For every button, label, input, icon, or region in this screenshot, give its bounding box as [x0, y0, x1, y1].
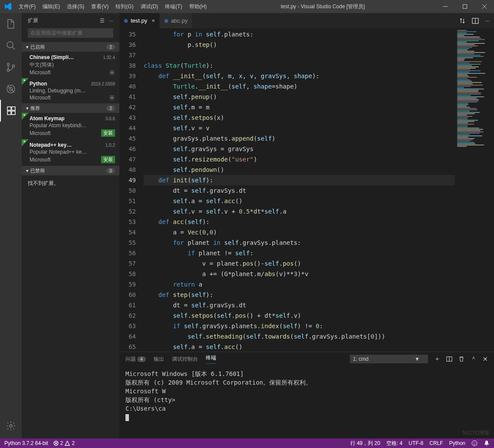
svg-point-20	[111, 97, 113, 99]
section-recommended[interactable]: ▾推荐 2	[22, 103, 119, 113]
menu-item[interactable]: 帮助(H)	[186, 0, 211, 13]
panel-tab-problems[interactable]: 问题 4	[125, 356, 146, 363]
status-indentation[interactable]: 空格: 4	[386, 440, 402, 447]
more-icon[interactable]: ···	[109, 18, 113, 24]
menu-item[interactable]: 文件(F)	[15, 0, 39, 13]
extension-description: 中文(简体)	[30, 61, 115, 69]
menu-item[interactable]: 终端(T)	[161, 0, 185, 13]
section-disabled[interactable]: ▾已禁用 0	[22, 166, 119, 175]
editor-tab[interactable]: ⊕test.py×	[119, 13, 160, 28]
extension-version: 3.0.6	[105, 116, 115, 121]
status-encoding[interactable]: UTF-8	[408, 440, 423, 446]
minimap[interactable]	[455, 28, 494, 352]
extension-name: Chinese (Simpli…	[30, 54, 74, 60]
extension-item[interactable]: Chinese (Simpli…1.32.4中文(简体)Microsoft	[22, 52, 119, 78]
svg-rect-12	[7, 107, 11, 110]
extension-item[interactable]: ★Python2019.2.5558Linting, Debugging (m……	[22, 78, 119, 103]
svg-text:★: ★	[23, 140, 26, 143]
editor-tabs: ⊕test.py×⊕abc.py ···	[119, 13, 494, 28]
svg-point-7	[7, 69, 10, 72]
filter-icon[interactable]: ☰	[100, 18, 105, 24]
editor-tab[interactable]: ⊕abc.py	[160, 13, 192, 28]
extension-publisher: Microsoft	[30, 95, 51, 101]
star-icon: ★	[22, 78, 29, 85]
status-line-col[interactable]: 行 49，列 20	[350, 440, 380, 447]
status-bar: Python 3.7.2 64-bit 2 2 行 49，列 20 空格: 4 …	[0, 438, 494, 448]
main-menu: 文件(F)编辑(E)选择(S)查看(V)转到(G)调试(D)终端(T)帮助(H)	[15, 0, 210, 13]
status-problems[interactable]: 2 2	[53, 440, 75, 446]
sidebar-title: 扩展	[28, 17, 38, 24]
recommended-count-badge: 2	[106, 105, 115, 111]
status-notifications-icon[interactable]	[484, 440, 490, 446]
window-title: test.py - Visual Studio Code [管理员]	[210, 3, 435, 10]
menu-item[interactable]: 编辑(E)	[39, 0, 63, 13]
extension-item[interactable]: ★Notepad++ key…1.0.2Popular Notepad++ ke…	[22, 139, 119, 166]
status-language[interactable]: Python	[449, 440, 465, 446]
split-editor-icon[interactable]	[472, 17, 479, 24]
code-editor[interactable]: for p in self.planets: p.step() class St…	[144, 28, 455, 352]
terminal-selector[interactable]: 1: cmd▼	[350, 355, 428, 363]
status-eol[interactable]: CRLF	[429, 440, 443, 446]
menu-item[interactable]: 查看(V)	[88, 0, 112, 13]
install-button[interactable]: 安装	[101, 156, 115, 163]
svg-rect-1	[463, 5, 467, 9]
menu-item[interactable]: 转到(G)	[112, 0, 137, 13]
line-number-gutter: 3536373839404142434445464748495051525354…	[119, 28, 144, 352]
gear-icon[interactable]	[109, 95, 115, 101]
editor-more-icon[interactable]: ···	[485, 17, 490, 24]
svg-point-33	[473, 442, 474, 443]
disabled-count-badge: 0	[106, 168, 115, 174]
extension-name: Notepad++ key…	[30, 142, 72, 148]
tab-label: abc.py	[171, 17, 188, 24]
explorer-icon[interactable]	[0, 13, 22, 35]
menu-item[interactable]: 选择(S)	[63, 0, 88, 13]
terminal-content[interactable]: Microsoft Windows [版本 6.1.7601]版权所有 (c) …	[119, 366, 494, 425]
new-terminal-icon[interactable]: ＋	[434, 355, 440, 363]
extensions-icon[interactable]	[0, 100, 22, 122]
watermark: 51CTO博客	[463, 429, 490, 437]
svg-point-34	[475, 442, 475, 443]
settings-gear-icon[interactable]	[0, 415, 22, 437]
split-terminal-icon[interactable]	[446, 356, 452, 362]
status-feedback-icon[interactable]	[471, 440, 478, 446]
install-button[interactable]: 安装	[101, 129, 115, 137]
extension-name: Python	[30, 81, 47, 87]
extension-publisher: Microsoft	[30, 157, 51, 163]
close-tab-icon[interactable]: ×	[151, 17, 155, 24]
panel-tab-terminal[interactable]: 终端	[206, 354, 216, 364]
minimize-button[interactable]	[435, 0, 455, 13]
svg-point-17	[111, 72, 113, 73]
section-enabled[interactable]: ▾已启用 2	[22, 42, 119, 52]
activity-bar	[0, 13, 22, 438]
maximize-panel-icon[interactable]: ＾	[471, 355, 477, 363]
python-file-icon: ⊕	[124, 18, 128, 24]
svg-point-8	[13, 65, 15, 67]
svg-text:★: ★	[23, 113, 26, 116]
panel-tab-debug-console[interactable]: 调试控制台	[172, 356, 198, 363]
extension-description: Popular Notepad++ ke…	[30, 149, 115, 155]
extension-publisher: Microsoft	[30, 130, 51, 136]
compare-icon[interactable]	[459, 17, 466, 24]
panel-tab-output[interactable]: 输出	[154, 356, 164, 363]
close-panel-icon[interactable]: ✕	[483, 356, 488, 362]
search-icon[interactable]	[0, 35, 22, 56]
svg-line-5	[12, 47, 15, 49]
gear-icon[interactable]	[109, 69, 115, 76]
extension-version: 1.32.4	[103, 55, 115, 60]
status-python-interpreter[interactable]: Python 3.7.2 64-bit	[4, 440, 48, 446]
svg-point-32	[472, 441, 477, 446]
editor-group: ⊕test.py×⊕abc.py ··· 3536373839404142434…	[119, 13, 494, 438]
menu-item[interactable]: 调试(D)	[137, 0, 162, 13]
titlebar: 文件(F)编辑(E)选择(S)查看(V)转到(G)调试(D)终端(T)帮助(H)…	[0, 0, 494, 13]
extension-description: Linting, Debugging (m…	[30, 88, 115, 94]
source-control-icon[interactable]	[0, 56, 22, 78]
maximize-button[interactable]	[455, 0, 474, 13]
extensions-search-input[interactable]	[28, 28, 113, 38]
kill-terminal-icon[interactable]	[458, 356, 464, 362]
debug-icon[interactable]	[0, 78, 22, 100]
star-icon: ★	[22, 139, 29, 146]
svg-rect-13	[7, 111, 11, 115]
tab-label: test.py	[131, 17, 147, 24]
close-button[interactable]	[474, 0, 494, 13]
extension-item[interactable]: ★Atom Keymap3.0.6Popular Atom keybindi…M…	[22, 113, 119, 139]
